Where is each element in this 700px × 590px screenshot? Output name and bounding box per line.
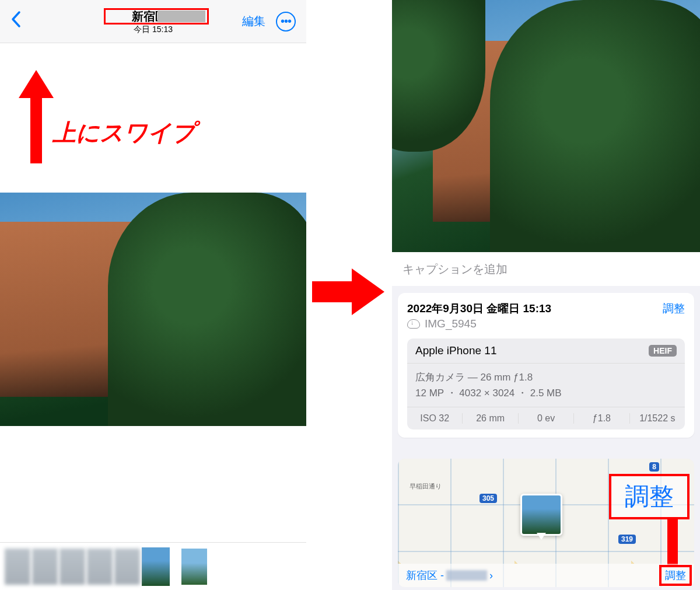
exif-row: ISO 32 26 mm 0 ev ƒ1.8 1/1522 s [407, 407, 685, 430]
thumbnail-item[interactable] [32, 549, 58, 585]
thumbnail-item[interactable] [87, 549, 113, 585]
route-badge: 8 [649, 462, 659, 472]
exif-ev: 0 ev [519, 413, 574, 424]
lens-info: 広角カメラ — 26 mm ƒ1.8 [415, 369, 677, 385]
edit-button[interactable]: 編集 [242, 13, 265, 29]
annotation-highlight [659, 565, 692, 586]
map-location-text: 新宿区 - [406, 568, 444, 582]
device-card: Apple iPhone 11 HEIF 広角カメラ — 26 mm ƒ1.8 … [407, 338, 685, 430]
resolution-info: 12 MP ・ 4032 × 3024 ・ 2.5 MB [415, 385, 677, 401]
more-button[interactable]: ••• [276, 12, 296, 32]
annotation-connector [667, 519, 678, 566]
photo-info-screen: キャプションを追加 2022年9月30日 金曜日 15:13 IMG_5945 … [392, 0, 700, 590]
nav-actions: 編集 ••• [242, 12, 296, 32]
photo-datetime: 2022年9月30日 金曜日 15:13 [407, 301, 551, 316]
thumbnail-item[interactable] [5, 549, 30, 585]
arrow-right-icon [312, 268, 388, 315]
caption-input[interactable]: キャプションを追加 [392, 252, 700, 286]
thumbnail-strip[interactable] [0, 542, 306, 590]
redacted-area [446, 570, 487, 581]
photo-image [0, 193, 306, 426]
route-badge: 305 [480, 494, 497, 503]
arrow-up-icon [23, 70, 49, 163]
nav-title-datetime: 今日 15:13 [132, 24, 174, 34]
exif-shutter: 1/1522 s [630, 413, 685, 424]
exif-aperture: ƒ1.8 [574, 413, 629, 424]
swipe-instruction: 上にスワイプ [23, 70, 198, 163]
photo-filename: IMG_5945 [425, 317, 477, 330]
thumbnail-item[interactable] [114, 549, 140, 585]
info-card: 2022年9月30日 金曜日 15:13 IMG_5945 調整 Apple i… [398, 293, 694, 438]
map-location-link[interactable]: 新宿区 - › [406, 568, 493, 582]
road-label: 早稲田通り [410, 482, 442, 491]
cloud-icon [407, 319, 420, 329]
nav-bar: 新宿区 - 今日 15:13 編集 ••• [0, 0, 306, 43]
exif-iso: ISO 32 [407, 413, 463, 424]
map-pin-thumbnail[interactable] [520, 494, 562, 536]
thumbnail-item-selected[interactable] [142, 547, 170, 586]
photo-filename-row: IMG_5945 [407, 317, 551, 330]
photo-content[interactable] [392, 0, 700, 252]
annotation-highlight [609, 474, 690, 519]
caption-placeholder: キャプションを追加 [402, 261, 508, 277]
format-badge: HEIF [649, 345, 677, 357]
photo-content[interactable] [0, 193, 306, 426]
thumbnail-item[interactable] [60, 549, 85, 585]
map-card[interactable]: 早稲田通り 305 8 319 調整 新宿区 - › 調整 [398, 459, 694, 587]
route-badge: 319 [618, 535, 636, 544]
thumbnail-item[interactable] [181, 549, 207, 585]
chevron-right-icon: › [489, 570, 493, 582]
redacted-area [158, 11, 205, 22]
adjust-date-button[interactable]: 調整 [663, 301, 685, 316]
back-button[interactable] [10, 10, 32, 33]
device-name: Apple iPhone 11 [415, 344, 496, 357]
photo-image [392, 0, 700, 252]
map-footer: 新宿区 - › 調整 [398, 564, 694, 587]
photo-viewer-screen: 新宿区 - 今日 15:13 編集 ••• 上にスワイプ [0, 0, 306, 590]
swipe-label: 上にスワイプ [52, 117, 195, 149]
exif-focal: 26 mm [463, 413, 518, 424]
